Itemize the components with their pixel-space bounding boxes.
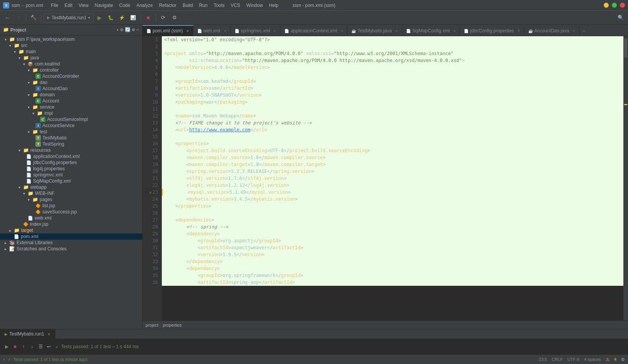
sidebar-settings-icon[interactable]: ⚙ xyxy=(132,27,135,33)
menu-edit[interactable]: Edit xyxy=(61,2,76,9)
tab-springmvc-xml[interactable]: 📄 springmvc.xml ✕ xyxy=(231,26,281,36)
tab-app-context-close-icon[interactable]: ✕ xyxy=(340,29,343,33)
run-next-btn[interactable]: ↓ xyxy=(29,343,35,350)
run-wrap-btn[interactable]: ↩ xyxy=(45,343,52,350)
menu-code[interactable]: Code xyxy=(116,2,133,9)
menu-analyze[interactable]: Analyze xyxy=(133,2,156,9)
tab-account-dao-close-icon[interactable]: ✕ xyxy=(572,29,575,33)
tree-item-src[interactable]: ▾ 📁 src xyxy=(0,42,142,49)
tree-item-main[interactable]: ▾ 📁 main xyxy=(0,49,142,55)
tree-item-controller[interactable]: ▾ 📁 controller xyxy=(0,67,142,73)
menu-file[interactable]: File xyxy=(48,2,61,9)
tab-pom-xml-close-icon[interactable]: ✕ xyxy=(186,29,189,33)
code-content[interactable]: <?xml version="1.0" encoding="UTF-8"?> <… xyxy=(162,36,623,320)
tree-item-webapp[interactable]: ▾ 📁 webapp xyxy=(0,184,142,190)
tree-item-account-service-impl[interactable]: C AccountServiceImpl xyxy=(0,116,142,122)
tab-test-mybatis[interactable]: ☕ TestMybatis.java ✕ xyxy=(348,26,402,36)
menu-view[interactable]: View xyxy=(76,2,92,9)
tab-web-xml[interactable]: 📄 web.xml ✕ xyxy=(193,26,231,36)
coverage-btn[interactable]: ⚡ xyxy=(117,13,127,23)
tree-item-dao[interactable]: ▾ 📁 dao xyxy=(0,79,142,86)
forward-btn[interactable]: → xyxy=(13,13,24,23)
tree-item-log4j[interactable]: 📄 log4j.properties xyxy=(0,166,142,172)
tree-item-test[interactable]: ▾ 📁 test xyxy=(0,129,142,135)
menu-refactor[interactable]: Refactor xyxy=(156,2,180,9)
tree-item-web-xml[interactable]: 📄 web.xml xyxy=(0,215,142,221)
main-folder-icon: 📁 xyxy=(18,49,24,54)
debug-btn[interactable]: 🐛 xyxy=(106,13,116,23)
win-maximize-btn[interactable] xyxy=(612,3,617,8)
run-config-selector[interactable]: ▶ TestMybatis.run1 ▾ xyxy=(44,13,94,22)
tab-jdbc-config-close-icon[interactable]: ✕ xyxy=(517,29,520,33)
tab-sqlmap-config-close-icon[interactable]: ✕ xyxy=(453,29,456,33)
menu-run[interactable]: Run xyxy=(196,2,211,9)
tab-springmvc-close-icon[interactable]: ✕ xyxy=(273,29,276,33)
editor-scrollbar[interactable] xyxy=(623,36,628,320)
tree-item-service[interactable]: ▾ 📁 service xyxy=(0,104,142,110)
tree-item-pages[interactable]: ▾ 📁 pages xyxy=(0,196,142,203)
tree-item-application-context[interactable]: 📄 applicationContext.xml xyxy=(0,153,142,159)
breadcrumb-properties[interactable]: properties xyxy=(163,323,182,327)
tree-item-domain[interactable]: ▾ 📁 domain xyxy=(0,92,142,98)
tree-item-com-keafmd[interactable]: ▾ 📦 com.keafmd xyxy=(0,61,142,67)
search-everywhere-btn[interactable]: 🔍 xyxy=(616,13,626,23)
menu-tools[interactable]: Tools xyxy=(211,2,228,9)
tab-jdbc-config[interactable]: 📄 jdbcConfig.properties ✕ xyxy=(460,26,524,36)
tree-item-list-jsp[interactable]: 🔶 list.jsp xyxy=(0,203,142,209)
tab-pom-xml[interactable]: 📄 pom.xml (ssm) ✕ xyxy=(143,25,193,36)
profile-btn[interactable]: 📊 xyxy=(128,13,138,23)
menu-vcs[interactable]: VCS xyxy=(228,2,243,9)
tree-item-account-dao[interactable]: I AccountDao xyxy=(0,86,142,92)
tree-item-ssm[interactable]: ▾ 📁 ssm F:\java_workspace\ssm xyxy=(0,36,142,42)
tree-item-impl[interactable]: ▾ 📁 impl xyxy=(0,110,142,116)
tree-item-target[interactable]: ▸ 📁 target xyxy=(0,227,142,233)
tab-more-btn[interactable]: ⋯ xyxy=(579,26,588,36)
tree-item-springmvc[interactable]: 📄 springmvc.xml xyxy=(0,172,142,178)
menu-build[interactable]: Build xyxy=(180,2,196,9)
sidebar-sync-icon[interactable]: 🔄 xyxy=(125,27,131,33)
breadcrumb-project[interactable]: project xyxy=(146,323,158,327)
tree-item-account-service[interactable]: I AccountService xyxy=(0,122,142,129)
run-filter-btn[interactable]: ☰ xyxy=(37,343,44,350)
sidebar-title: Project xyxy=(10,27,116,33)
tree-item-sqlmap-config[interactable]: 📄 SqlMapConfig.xml xyxy=(0,178,142,184)
sidebar-options-icon[interactable]: ⚙ xyxy=(120,27,123,33)
tree-item-pom-xml[interactable]: 📄 pom.xml xyxy=(0,233,142,240)
tree-item-resources[interactable]: ▾ 📁 resources xyxy=(0,147,142,153)
tree-item-test-mybatis[interactable]: T TestMybatis xyxy=(0,135,142,141)
tab-sqlmap-config[interactable]: 📄 SqlMapConfig.xml ✕ xyxy=(402,26,460,36)
menu-help[interactable]: Help xyxy=(266,2,282,9)
back-btn[interactable]: ← xyxy=(2,13,12,23)
menu-window[interactable]: Window xyxy=(243,2,266,9)
run-prev-btn[interactable]: ↑ xyxy=(20,343,27,350)
tab-web-xml-close-icon[interactable]: ✕ xyxy=(223,29,227,33)
run-btn[interactable]: ▶ xyxy=(95,13,105,23)
run-stop-btn[interactable]: ■ xyxy=(12,343,18,350)
tab-app-context[interactable]: 📄 applicationContext.xml ✕ xyxy=(280,26,348,36)
tree-item-account-controller[interactable]: C AccountController xyxy=(0,73,142,79)
build-btn[interactable]: 🔨 xyxy=(29,13,39,23)
tree-item-java[interactable]: ▾ 📁 java xyxy=(0,55,142,61)
sidebar-dropdown-icon[interactable]: ▾ xyxy=(116,28,119,32)
tab-test-mybatis-close-icon[interactable]: ✕ xyxy=(395,29,398,33)
tree-item-save-success-jsp[interactable]: 🔶 saveSuccess.jsp xyxy=(0,209,142,215)
tab-account-dao[interactable]: ☕ AccountDao.java ✕ xyxy=(524,26,580,36)
run-tab[interactable]: ▶ TestMybatis.run1 ✕ xyxy=(0,329,55,339)
tree-item-scratches[interactable]: ▸ 📝 Scratches and Consoles xyxy=(0,246,142,252)
win-minimize-btn[interactable] xyxy=(604,3,609,8)
tree-item-jdbc-config[interactable]: 📄 jdbcConfig.properties xyxy=(0,159,142,166)
tree-item-web-inf[interactable]: ▾ 📁 WEB-INF xyxy=(0,190,142,196)
tree-item-index-jsp[interactable]: 🔶 index.jsp xyxy=(0,221,142,227)
settings-status-icon[interactable]: ⚙ xyxy=(621,357,625,362)
sync-btn[interactable]: ⟳ xyxy=(158,13,168,23)
settings-btn[interactable]: ⚙ xyxy=(170,13,180,23)
sidebar-collapse-icon[interactable]: — xyxy=(136,27,139,33)
tree-item-external-libraries[interactable]: ▸ 📚 External Libraries xyxy=(0,240,142,246)
tree-item-account[interactable]: C Account xyxy=(0,98,142,104)
run-restart-btn[interactable]: ▶ xyxy=(3,343,10,350)
win-close-btn[interactable] xyxy=(620,3,625,8)
run-tab-close-icon[interactable]: ✕ xyxy=(47,332,50,336)
stop-btn[interactable]: ■ xyxy=(143,13,153,23)
menu-navigate[interactable]: Navigate xyxy=(92,2,116,9)
tree-item-test-spring[interactable]: T TestSpring xyxy=(0,141,142,147)
